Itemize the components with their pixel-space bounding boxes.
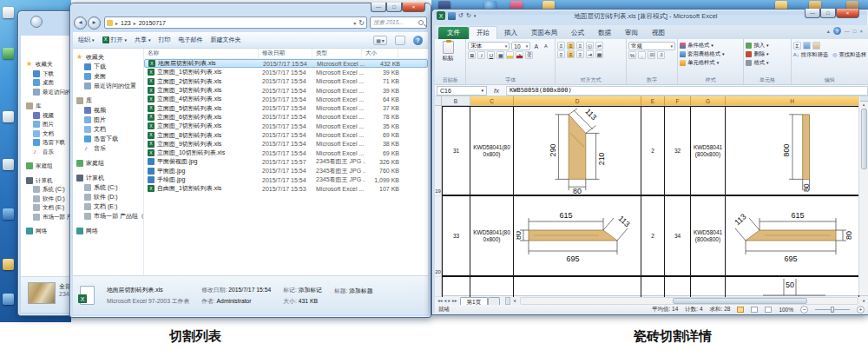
- file-row[interactable]: X立面图_7切割砖列表.xls2015/7/17 15:54Microsoft …: [144, 122, 428, 130]
- phonetic-button[interactable]: 变: [525, 51, 533, 59]
- desktop-icon[interactable]: [3, 159, 14, 170]
- address-dropdown-icon[interactable]: ▾: [353, 20, 356, 26]
- column-header-c[interactable]: C: [470, 96, 514, 106]
- cell-g21[interactable]: [691, 277, 726, 297]
- fill-color-button[interactable]: [506, 51, 514, 59]
- sidebar-item-thunder[interactable]: 迅雷下载: [26, 138, 72, 148]
- column-header-h[interactable]: H: [726, 96, 859, 106]
- workbook-close-icon[interactable]: ×: [859, 29, 863, 34]
- minimize-button[interactable]: —: [805, 9, 820, 18]
- cell-e19[interactable]: 2: [641, 106, 665, 196]
- save-icon[interactable]: [448, 12, 456, 20]
- email-button[interactable]: 电子邮件: [179, 36, 203, 44]
- comma-style-icon[interactable]: ,: [638, 51, 646, 59]
- increase-decimal-icon[interactable]: .00: [648, 51, 655, 59]
- close-button[interactable]: ×: [402, 3, 425, 12]
- file-row[interactable]: X立面图_5切割砖列表.xls2015/7/17 15:54Microsoft …: [144, 103, 428, 112]
- sidebar-item-drive-c[interactable]: 系统 (C:): [76, 182, 143, 192]
- page-layout-view-icon[interactable]: [751, 307, 758, 313]
- find-select-button[interactable]: ◎查找和选择: [832, 50, 866, 59]
- sidebar-item-drive-c[interactable]: 系统 (C:): [26, 185, 72, 195]
- cell-b21[interactable]: [442, 277, 470, 297]
- cell-f21[interactable]: [665, 277, 691, 297]
- collapse-ribbon-icon[interactable]: ▴: [827, 28, 830, 34]
- align-center-icon[interactable]: ≡: [567, 50, 575, 58]
- file-row[interactable]: X立面图_8切割砖列表.xls2015/7/17 15:54Microsoft …: [144, 130, 428, 139]
- cell-e20[interactable]: 2: [641, 196, 665, 277]
- first-sheet-icon[interactable]: ◂◂: [437, 298, 443, 303]
- sidebar-item-videos[interactable]: 视频: [26, 111, 72, 121]
- sidebar-item-documents[interactable]: 文档: [76, 124, 143, 134]
- merge-center-icon[interactable]: ▦: [595, 50, 603, 58]
- borders-button[interactable]: ▦: [496, 51, 504, 59]
- sidebar-item-share[interactable]: 市场一部 产品组（专用）: [26, 213, 72, 222]
- file-row[interactable]: X自由面_1切割砖列表.xls2015/7/17 15:53Microsoft …: [144, 184, 428, 193]
- file-row[interactable]: X立面图_10切割砖列表.xls2015/7/17 15:54Microsoft…: [144, 149, 428, 157]
- zoom-level[interactable]: 100%: [779, 307, 793, 313]
- column-header-b[interactable]: B: [442, 96, 470, 106]
- desktop-icon[interactable]: [3, 259, 14, 270]
- indent-icon[interactable]: ⇥: [586, 50, 594, 58]
- zoom-in-icon[interactable]: +: [857, 306, 865, 314]
- file-row[interactable]: X立面图_1切割砖列表.xls2015/7/17 15:54Microsoft …: [144, 68, 428, 76]
- tab-formulas[interactable]: 公式: [564, 27, 591, 39]
- format-cells-button[interactable]: 格式▾: [746, 58, 788, 67]
- address-bar[interactable]: ▸ 123 ▸ 20150717 ▾ ↻: [104, 17, 367, 29]
- sidebar-item-libraries[interactable]: 库: [26, 102, 72, 111]
- zoom-slider[interactable]: [815, 309, 850, 310]
- sidebar-item-drive-d[interactable]: 软件 (D:): [26, 195, 72, 204]
- cell-b20[interactable]: 33: [442, 196, 470, 277]
- cell-c20[interactable]: KWD58041(800x800): [470, 196, 514, 277]
- row-header-21[interactable]: [435, 277, 442, 297]
- sidebar-item-share[interactable]: 市场一部 产品组（专用）: [76, 211, 143, 221]
- tab-home[interactable]: 开始: [469, 26, 497, 39]
- horizontal-scrollbar[interactable]: [520, 297, 858, 305]
- orientation-icon[interactable]: ◵: [586, 42, 594, 50]
- help-button[interactable]: ?: [413, 36, 423, 45]
- sidebar-item-homegroup[interactable]: 家庭组: [26, 162, 72, 171]
- select-all-corner[interactable]: [435, 96, 442, 106]
- close-button[interactable]: ×: [836, 9, 859, 18]
- desktop-icon[interactable]: [3, 48, 14, 59]
- bold-button[interactable]: B: [468, 51, 476, 59]
- sidebar-item-pictures[interactable]: 图片: [76, 115, 143, 124]
- insert-sheet-tab[interactable]: [488, 297, 500, 306]
- vertical-scrollbar[interactable]: ▴: [858, 96, 868, 295]
- file-row[interactable]: 平面图.jpg2015/7/17 15:542345看图王 JPG ...760…: [144, 167, 428, 175]
- sidebar-item-drive-e[interactable]: 文档 (E:): [76, 201, 143, 211]
- sidebar-item-downloads[interactable]: 下载: [26, 69, 72, 79]
- tab-page-layout[interactable]: 页面布局: [524, 27, 564, 39]
- column-header-d[interactable]: D: [514, 96, 641, 106]
- workbook-restore-icon[interactable]: □: [853, 29, 857, 34]
- sidebar-item-recent[interactable]: 最近访问的位置: [26, 88, 72, 97]
- qat-dropdown-icon[interactable]: ▾: [474, 13, 477, 18]
- align-middle-icon[interactable]: ≡: [567, 42, 575, 50]
- cell-f20[interactable]: 34: [665, 196, 691, 277]
- change-view-button[interactable]: ▦▾: [373, 36, 387, 45]
- grow-font-icon[interactable]: A: [532, 43, 540, 50]
- tab-file[interactable]: 文件: [438, 27, 469, 39]
- column-header-size[interactable]: 大小: [362, 49, 398, 58]
- align-right-icon[interactable]: ≡: [576, 50, 584, 58]
- shrink-font-icon[interactable]: A: [542, 43, 549, 50]
- desktop-icon[interactable]: [3, 111, 14, 122]
- font-size-combo[interactable]: 10▾: [511, 42, 530, 50]
- scrollbar-thumb[interactable]: [861, 109, 867, 169]
- align-bottom-icon[interactable]: ≡: [576, 42, 584, 50]
- font-name-combo[interactable]: 宋体▾: [468, 42, 510, 50]
- add-title-link[interactable]: 添加标题: [349, 287, 372, 294]
- cell-h19-tile-diagram[interactable]: 800 80: [726, 106, 859, 196]
- cell-c19[interactable]: KWD58041(800x800): [470, 106, 514, 196]
- sidebar-item-network[interactable]: 网络: [26, 227, 72, 236]
- file-row[interactable]: X立面图_2切割砖列表.xls2015/7/17 15:54Microsoft …: [144, 77, 428, 86]
- autosum-icon[interactable]: Σ: [793, 42, 801, 50]
- normal-view-icon[interactable]: [737, 307, 744, 313]
- next-sheet-icon[interactable]: ▸: [448, 298, 450, 303]
- hscroll-left-icon[interactable]: ◂: [510, 298, 518, 303]
- scroll-up-icon[interactable]: ▴: [863, 102, 865, 107]
- sidebar-item-computer[interactable]: 计算机: [26, 176, 72, 186]
- delete-cells-button[interactable]: 删除▾: [746, 50, 788, 58]
- print-button[interactable]: 打印: [159, 36, 171, 44]
- page-break-view-icon[interactable]: [765, 307, 772, 313]
- cell-h21-tile-diagram[interactable]: 50: [726, 277, 859, 297]
